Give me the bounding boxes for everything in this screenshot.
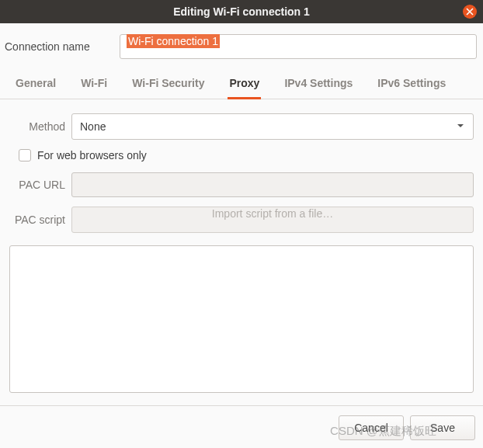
web-only-label: For web browsers only: [37, 149, 147, 161]
web-only-checkbox[interactable]: [19, 149, 31, 161]
connection-name-row: Connection name Wi-Fi connection 1: [0, 23, 483, 67]
tabs: General Wi-Fi Wi-Fi Security Proxy IPv4 …: [0, 67, 483, 99]
proxy-form: Method None For web browsers only PAC UR…: [0, 99, 483, 245]
pac-script-label: PAC script: [9, 214, 65, 226]
tab-wifi-security[interactable]: Wi-Fi Security: [132, 67, 204, 99]
pac-url-input[interactable]: [71, 172, 474, 197]
pac-url-label: PAC URL: [9, 179, 65, 191]
method-select[interactable]: None: [71, 113, 474, 140]
save-button[interactable]: Save: [410, 415, 475, 440]
tab-wifi[interactable]: Wi-Fi: [81, 67, 107, 99]
footer: Cancel Save: [0, 405, 483, 440]
method-label: Method: [9, 120, 65, 133]
pac-script-textarea[interactable]: [9, 245, 474, 393]
connection-name-label: Connection name: [2, 40, 110, 53]
connection-name-value: Wi-Fi connection 1: [127, 34, 220, 48]
window-title: Editing Wi-Fi connection 1: [173, 5, 310, 18]
tab-general[interactable]: General: [16, 67, 56, 99]
chevron-down-icon: [456, 120, 465, 133]
tab-ipv4[interactable]: IPv4 Settings: [284, 67, 353, 99]
tab-proxy[interactable]: Proxy: [229, 67, 259, 99]
titlebar: Editing Wi-Fi connection 1: [0, 0, 483, 23]
tab-ipv6[interactable]: IPv6 Settings: [377, 67, 446, 99]
cancel-button[interactable]: Cancel: [339, 415, 404, 440]
close-button[interactable]: [463, 5, 477, 19]
connection-name-input[interactable]: Wi-Fi connection 1: [120, 34, 477, 59]
import-script-button[interactable]: Import script from a file…: [71, 207, 474, 233]
method-value: None: [80, 120, 106, 133]
close-icon: [466, 5, 474, 18]
